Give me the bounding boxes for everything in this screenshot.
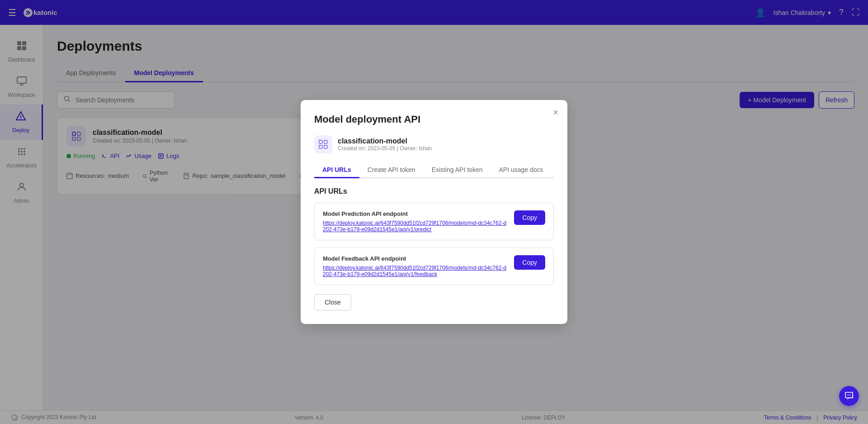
modal-model-meta: Created on: 2023-05-05 | Owner: Ishan [338, 145, 432, 152]
svg-point-46 [849, 395, 849, 395]
chat-bubble[interactable] [839, 386, 859, 406]
modal-model-name: classification-model [338, 137, 432, 145]
modal-tab-api-docs[interactable]: API usage docs [491, 162, 551, 178]
copy-prediction-button[interactable]: Copy [514, 210, 545, 225]
svg-point-47 [850, 395, 851, 395]
prediction-endpoint-card: Model Prediction API endpoint https://de… [314, 203, 554, 240]
modal-footer: Close [314, 294, 554, 310]
prediction-endpoint-label: Model Prediction API endpoint [323, 210, 508, 217]
modal-close-button[interactable]: × [553, 107, 558, 118]
feedback-endpoint-info: Model Feedback API endpoint https://depl… [323, 255, 508, 277]
svg-point-45 [847, 395, 848, 395]
feedback-endpoint-url[interactable]: https://deploy.katonic.ai/643f7590dd51f2… [323, 265, 508, 277]
copy-feedback-button[interactable]: Copy [514, 255, 545, 270]
svg-rect-42 [319, 145, 322, 148]
feedback-endpoint-card: Model Feedback API endpoint https://depl… [314, 248, 554, 285]
modal-tab-create-token[interactable]: Create API token [359, 162, 424, 178]
modal-model-header: classification-model Created on: 2023-05… [314, 135, 554, 153]
prediction-endpoint-info: Model Prediction API endpoint https://de… [323, 210, 508, 233]
api-urls-section-title: API URLs [314, 187, 554, 195]
feedback-endpoint-label: Model Feedback API endpoint [323, 255, 508, 262]
svg-rect-41 [324, 140, 327, 143]
modal-tab-existing-token[interactable]: Existing API token [424, 162, 491, 178]
svg-rect-40 [319, 140, 322, 143]
prediction-endpoint-url[interactable]: https://deploy.katonic.ai/643f7590dd51f2… [323, 220, 508, 233]
modal-close-btn[interactable]: Close [314, 294, 351, 310]
model-deployment-api-modal: × Model deployment API classification-mo… [301, 100, 567, 324]
modal-model-info: classification-model Created on: 2023-05… [338, 137, 432, 152]
svg-rect-43 [324, 145, 327, 148]
modal-tabs: API URLs Create API token Existing API t… [314, 162, 554, 178]
modal-overlay: × Model deployment API classification-mo… [0, 0, 868, 424]
modal-tab-api-urls[interactable]: API URLs [314, 162, 359, 178]
modal-model-icon [314, 135, 332, 153]
modal-title: Model deployment API [314, 114, 554, 125]
